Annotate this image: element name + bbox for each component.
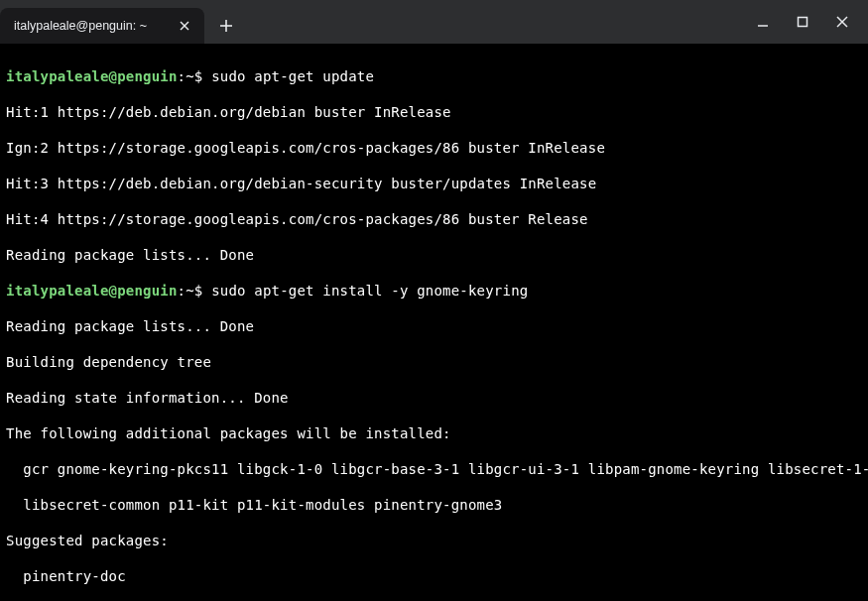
terminal-tab[interactable]: italypaleale@penguin: ~ xyxy=(0,8,204,44)
command-text: sudo apt-get install -y gnome-keyring xyxy=(211,283,528,299)
tab-area: italypaleale@penguin: ~ xyxy=(0,0,240,44)
output-line: The following additional packages will b… xyxy=(6,424,862,442)
output-line: Building dependency tree xyxy=(6,353,862,371)
prompt-userhost: italypaleale@penguin xyxy=(6,68,178,84)
prompt-path: ~ xyxy=(186,68,194,84)
output-line: Hit:3 https://deb.debian.org/debian-secu… xyxy=(6,175,862,192)
prompt-dollar: $ xyxy=(194,283,211,299)
titlebar: italypaleale@penguin: ~ xyxy=(0,0,868,44)
prompt-line: italypaleale@penguin:~$ sudo apt-get ins… xyxy=(6,282,862,300)
prompt-line: italypaleale@penguin:~$ sudo apt-get upd… xyxy=(6,67,862,85)
output-line: Hit:4 https://storage.googleapis.com/cro… xyxy=(6,210,862,228)
minimize-button[interactable] xyxy=(749,8,777,36)
prompt-userhost: italypaleale@penguin xyxy=(6,283,178,299)
prompt-path: ~ xyxy=(186,283,194,299)
command-text: sudo apt-get update xyxy=(211,68,374,84)
output-line: Reading package lists... Done xyxy=(6,246,862,264)
output-line: Reading state information... Done xyxy=(6,389,862,407)
output-line: Ign:2 https://storage.googleapis.com/cro… xyxy=(6,139,862,157)
output-line: gcr gnome-keyring-pkcs11 libgck-1-0 libg… xyxy=(6,460,862,478)
maximize-button[interactable] xyxy=(789,8,816,36)
tab-title: italypaleale@penguin: ~ xyxy=(14,19,147,33)
terminal-body[interactable]: italypaleale@penguin:~$ sudo apt-get upd… xyxy=(0,44,868,601)
output-line: pinentry-doc xyxy=(6,567,862,585)
prompt-sep: : xyxy=(178,283,186,299)
output-line: Reading package lists... Done xyxy=(6,317,862,335)
new-tab-button[interactable] xyxy=(212,12,240,40)
prompt-dollar: $ xyxy=(194,68,211,84)
svg-rect-5 xyxy=(799,18,807,27)
window-controls xyxy=(749,8,868,36)
output-line: Suggested packages: xyxy=(6,532,862,549)
close-tab-icon[interactable] xyxy=(177,18,192,34)
output-line: Hit:1 https://deb.debian.org/debian bust… xyxy=(6,103,862,121)
prompt-sep: : xyxy=(178,68,186,84)
output-line: libsecret-common p11-kit p11-kit-modules… xyxy=(6,496,862,514)
close-window-button[interactable] xyxy=(828,8,856,36)
